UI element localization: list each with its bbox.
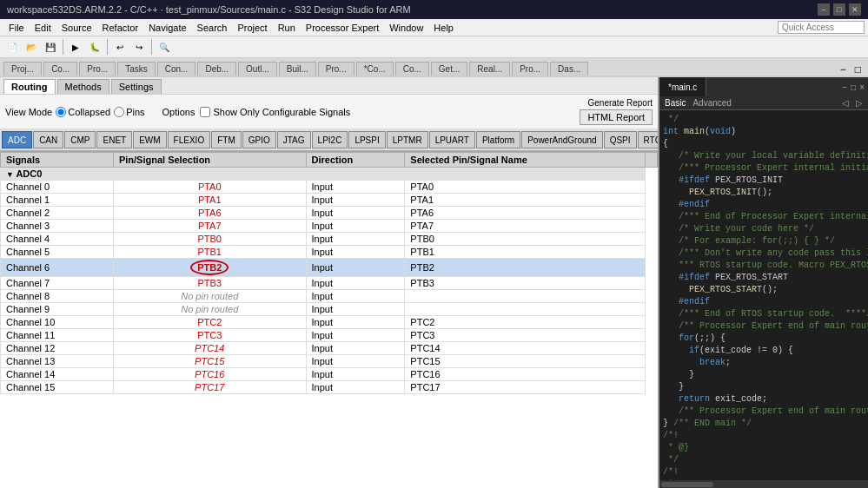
- editor-minimize-btn[interactable]: −: [842, 82, 847, 92]
- proj-tab-7[interactable]: Buil...: [279, 62, 316, 76]
- menu-run[interactable]: Run: [273, 21, 301, 35]
- menu-help[interactable]: Help: [428, 21, 459, 35]
- table-row[interactable]: Channel 13 PTC15 Input PTC15: [1, 355, 658, 368]
- quick-access-input[interactable]: [778, 21, 865, 34]
- table-row[interactable]: Channel 14 PTC16 Input PTC16: [1, 368, 658, 381]
- routing-tab-methods[interactable]: Methods: [57, 79, 109, 94]
- editor-close-btn[interactable]: ×: [859, 82, 865, 92]
- table-row[interactable]: Channel 2 PTA6 Input PTA6: [1, 207, 658, 220]
- pin-cell[interactable]: PTA0: [113, 181, 306, 194]
- ribbon-lpi2c[interactable]: LPI2C: [312, 131, 348, 148]
- toolbar-search[interactable]: 🔍: [156, 38, 173, 56]
- ribbon-powerandground[interactable]: PowerAndGround: [521, 131, 603, 148]
- toolbar-new[interactable]: 📄: [3, 38, 21, 56]
- pin-cell-nopin[interactable]: No pin routed: [113, 290, 306, 303]
- pin-cell[interactable]: PTC15: [113, 355, 306, 368]
- ribbon-ftm[interactable]: FTM: [211, 131, 242, 148]
- pin-cell[interactable]: PTA6: [113, 207, 306, 220]
- pin-cell-nopin[interactable]: No pin routed: [113, 303, 306, 316]
- ribbon-cmp[interactable]: CMP: [64, 131, 96, 148]
- ribbon-rtc[interactable]: RTC: [638, 131, 658, 148]
- toolbar-debug[interactable]: 🐛: [86, 38, 103, 56]
- pin-cell[interactable]: PTB1: [113, 246, 306, 259]
- proj-tab-10[interactable]: Co...: [395, 62, 429, 76]
- ribbon-flexio[interactable]: FLEXIO: [168, 131, 211, 148]
- menu-source[interactable]: Source: [56, 21, 97, 35]
- table-row[interactable]: Channel 10 PTC2 Input PTC2: [1, 316, 658, 329]
- proj-tab-13[interactable]: Pro...: [512, 62, 548, 76]
- table-row[interactable]: Channel 4 PTB0 Input PTB0: [1, 233, 658, 246]
- pins-radio[interactable]: [114, 107, 124, 117]
- proj-tab-11[interactable]: Get...: [431, 62, 467, 76]
- table-row-selected[interactable]: Channel 6 PTB2 Input PTB2: [1, 259, 658, 277]
- pin-cell[interactable]: PTA7: [113, 220, 306, 233]
- table-row[interactable]: Channel 1 PTA1 Input PTA1: [1, 194, 658, 207]
- ribbon-lpuart[interactable]: LPUART: [429, 131, 475, 148]
- ribbon-gpio[interactable]: GPIO: [242, 131, 276, 148]
- pin-cell[interactable]: PTC16: [113, 368, 306, 381]
- basic-view-btn[interactable]: Basic: [665, 98, 686, 108]
- table-row[interactable]: Channel 12 PTC14 Input PTC14: [1, 342, 658, 355]
- editor-maximize-btn[interactable]: □: [851, 82, 856, 92]
- tab-minimize-button[interactable]: −: [837, 63, 850, 76]
- tab-maximize-button[interactable]: □: [851, 63, 865, 76]
- toolbar-redo[interactable]: ↪: [130, 38, 148, 56]
- configurable-signals-label[interactable]: Show Only Configurable Signals: [200, 107, 350, 117]
- proj-tab-0[interactable]: Proj...: [3, 62, 42, 76]
- menu-navigate[interactable]: Navigate: [143, 21, 191, 35]
- routing-tab-settings[interactable]: Settings: [111, 79, 162, 94]
- menu-file[interactable]: File: [3, 21, 30, 35]
- proj-tab-9[interactable]: *Co...: [356, 62, 394, 76]
- minimize-button[interactable]: –: [818, 3, 830, 16]
- proj-tab-8[interactable]: Pro...: [318, 62, 354, 76]
- table-row[interactable]: Channel 9 No pin routed Input: [1, 303, 658, 316]
- ribbon-adc[interactable]: ADC: [2, 131, 32, 148]
- toolbar-undo[interactable]: ↩: [111, 38, 129, 56]
- toolbar-open[interactable]: 📂: [23, 38, 40, 56]
- table-row[interactable]: Channel 15 PTC17 Input PTC17: [1, 381, 658, 394]
- pin-cell-circle[interactable]: PTB2: [113, 259, 306, 277]
- close-button[interactable]: ✕: [849, 3, 861, 16]
- ribbon-jtag[interactable]: JTAG: [277, 131, 311, 148]
- pin-cell[interactable]: PTA1: [113, 194, 306, 207]
- pin-cell[interactable]: PTC2: [113, 316, 306, 329]
- pin-cell[interactable]: PTB3: [113, 277, 306, 290]
- ribbon-enet[interactable]: ENET: [96, 131, 132, 148]
- menu-processor-expert[interactable]: Processor Expert: [301, 21, 384, 35]
- collapsed-radio[interactable]: [56, 107, 66, 117]
- proj-tab-14[interactable]: Das...: [550, 62, 588, 76]
- html-report-button[interactable]: HTML Report: [580, 109, 653, 125]
- proj-tab-4[interactable]: Con...: [157, 62, 196, 76]
- proj-tab-6[interactable]: Outl...: [238, 62, 277, 76]
- proj-tab-3[interactable]: Tasks: [117, 62, 156, 76]
- pin-cell[interactable]: PTB0: [113, 233, 306, 246]
- ribbon-lptmr[interactable]: LPTMR: [387, 131, 428, 148]
- pin-cell[interactable]: PTC14: [113, 342, 306, 355]
- maximize-button[interactable]: □: [833, 3, 845, 16]
- ribbon-platform[interactable]: Platform: [476, 131, 520, 148]
- toolbar-save[interactable]: 💾: [42, 38, 59, 56]
- ribbon-ewm[interactable]: EWM: [133, 131, 166, 148]
- pin-cell[interactable]: PTC3: [113, 329, 306, 342]
- table-row[interactable]: Channel 11 PTC3 Input PTC3: [1, 329, 658, 342]
- routing-tab-routing[interactable]: Routing: [3, 79, 56, 94]
- proj-tab-2[interactable]: Pro...: [79, 62, 116, 76]
- toolbar-run[interactable]: ▶: [67, 38, 84, 56]
- table-row[interactable]: Channel 0 PTA0 Input PTA0: [1, 181, 658, 194]
- configurable-signals-checkbox[interactable]: [200, 107, 210, 117]
- proj-tab-1[interactable]: Co...: [43, 62, 77, 76]
- proj-tab-5[interactable]: Deb...: [197, 62, 236, 76]
- adc0-collapse-arrow[interactable]: ▼: [6, 170, 16, 179]
- table-row[interactable]: Channel 8 No pin routed Input: [1, 290, 658, 303]
- menu-project[interactable]: Project: [232, 21, 272, 35]
- view-nav-left[interactable]: ◁: [842, 98, 849, 108]
- proj-tab-12[interactable]: Real...: [469, 62, 510, 76]
- table-row[interactable]: Channel 3 PTA7 Input PTA7: [1, 220, 658, 233]
- table-row[interactable]: Channel 5 PTB1 Input PTB1: [1, 246, 658, 259]
- view-nav-right[interactable]: ▷: [856, 98, 863, 108]
- ribbon-lpspi[interactable]: LPSPI: [348, 131, 385, 148]
- menu-window[interactable]: Window: [384, 21, 428, 35]
- horizontal-scrollbar[interactable]: [659, 480, 868, 488]
- table-row[interactable]: Channel 7 PTB3 Input PTB3: [1, 277, 658, 290]
- menu-search[interactable]: Search: [192, 21, 233, 35]
